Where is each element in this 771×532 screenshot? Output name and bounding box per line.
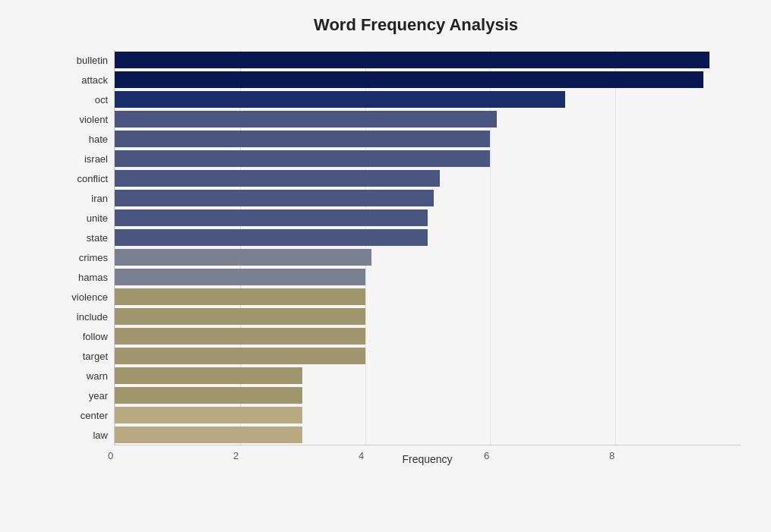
y-label: warn — [87, 371, 108, 381]
y-labels: bulletinattackoctviolenthateisraelconfli… — [61, 50, 114, 445]
bar — [115, 367, 302, 384]
bar-row — [115, 90, 741, 109]
x-axis: 02468 — [114, 445, 741, 450]
y-label: year — [89, 391, 108, 401]
bar-row — [115, 208, 741, 228]
bar-row — [115, 50, 741, 70]
chart-container: Word Frequency Analysis bulletinattackoc… — [0, 0, 771, 532]
y-label: iran — [91, 194, 108, 203]
bar — [115, 150, 490, 167]
chart-title: Word Frequency Analysis — [61, 15, 741, 35]
bar — [115, 190, 434, 206]
bars-and-grid — [114, 50, 741, 445]
bar-row — [115, 386, 741, 405]
y-label: violence — [71, 292, 108, 302]
x-tick: 2 — [233, 450, 239, 461]
bar — [115, 427, 302, 443]
bar — [115, 229, 428, 246]
y-label: follow — [83, 332, 108, 342]
bar-row — [115, 267, 741, 287]
bar — [115, 111, 497, 127]
x-axis-label: Frequency — [114, 453, 741, 465]
bar-row — [115, 247, 741, 267]
bar-row — [115, 168, 741, 188]
y-label: crimes — [79, 253, 108, 263]
bar — [115, 249, 371, 266]
y-label: attack — [81, 75, 108, 85]
bar-rows — [115, 50, 741, 445]
bar-row — [115, 346, 741, 366]
y-label: hate — [89, 134, 108, 144]
bar — [115, 387, 302, 404]
bar — [115, 170, 440, 187]
bar-row — [115, 109, 741, 129]
bar-row — [115, 70, 741, 90]
bar — [115, 407, 302, 423]
bar — [115, 308, 365, 325]
x-tick: 6 — [484, 450, 489, 461]
bar — [115, 52, 709, 68]
chart-area: bulletinattackoctviolenthateisraelconfli… — [61, 50, 741, 461]
bar-row — [115, 149, 741, 168]
y-label: conflict — [77, 174, 108, 184]
bar-row — [115, 425, 741, 445]
bar-row — [115, 326, 741, 346]
bar-row — [115, 307, 741, 326]
y-label: unite — [87, 213, 108, 223]
bar-row — [115, 405, 741, 425]
x-tick: 0 — [108, 450, 113, 461]
bar-row — [115, 228, 741, 247]
y-label: include — [77, 312, 108, 322]
y-label: oct — [95, 95, 108, 105]
bar — [115, 131, 490, 147]
bar-row — [115, 366, 741, 386]
y-label: law — [93, 430, 108, 440]
y-label: bulletin — [77, 55, 108, 65]
bar — [115, 269, 365, 285]
bar-row — [115, 129, 741, 149]
y-label: state — [87, 233, 108, 243]
y-label: hamas — [78, 272, 108, 282]
y-label: target — [83, 351, 108, 361]
bar — [115, 328, 365, 345]
bar — [115, 209, 428, 226]
bar — [115, 348, 365, 364]
bar — [115, 288, 365, 305]
bar — [115, 91, 565, 108]
bar-row — [115, 188, 741, 208]
y-label: israel — [84, 154, 108, 164]
y-label: center — [81, 411, 108, 420]
x-tick: 8 — [609, 450, 615, 461]
x-tick: 4 — [359, 450, 364, 461]
bar — [115, 71, 703, 88]
bars-wrapper: bulletinattackoctviolenthateisraelconfli… — [61, 50, 741, 445]
y-label: violent — [79, 115, 108, 124]
bar-row — [115, 287, 741, 307]
